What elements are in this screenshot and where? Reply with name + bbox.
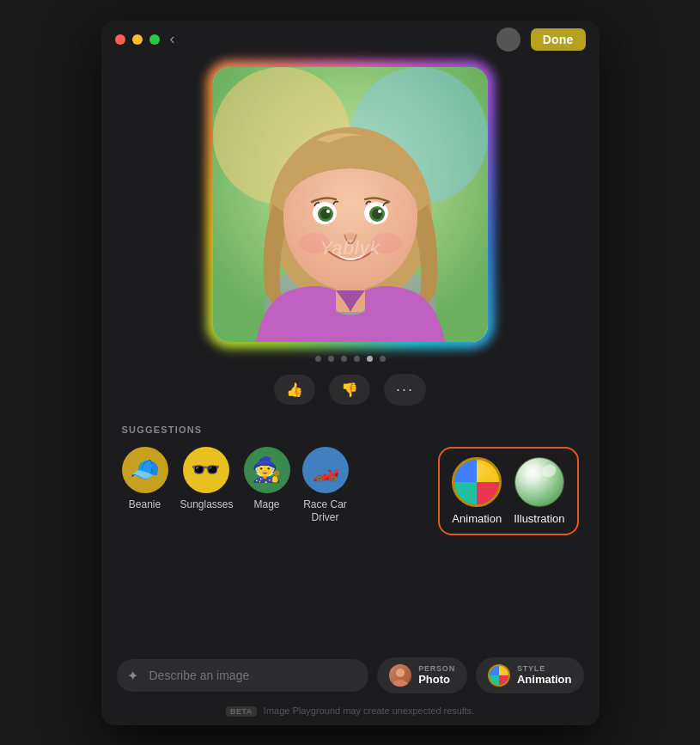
suggestions-label: SUGGESTIONS	[122, 424, 579, 435]
dot-1[interactable]	[315, 356, 321, 362]
person-value-label: Photo	[418, 673, 450, 686]
traffic-lights	[115, 34, 160, 45]
animation-label: Animation	[452, 512, 502, 525]
beta-badge: BETA	[226, 706, 257, 717]
dot-4[interactable]	[354, 356, 360, 362]
dot-2[interactable]	[328, 356, 334, 362]
person-pill-button[interactable]: PERSON Photo	[377, 657, 467, 693]
page-indicator	[315, 356, 386, 362]
person-label-group: PERSON Photo	[418, 664, 455, 686]
user-avatar-small	[496, 27, 520, 52]
describe-wrapper: ✦	[117, 659, 369, 692]
mage-icon: 🧙	[244, 447, 290, 493]
dot-5[interactable]	[367, 356, 373, 362]
minimize-button[interactable]	[132, 34, 143, 45]
maximize-button[interactable]	[149, 34, 160, 45]
style-value-label: Animation	[517, 673, 572, 686]
style-animation[interactable]: Animation	[452, 457, 502, 525]
svg-point-9	[326, 210, 330, 213]
close-button[interactable]	[115, 34, 125, 45]
main-window: ‹ Done	[101, 21, 600, 725]
sunglasses-icon: 🕶️	[183, 447, 229, 493]
svg-point-15	[299, 233, 330, 253]
beta-notice-text: Image Playground may create unexpected r…	[264, 705, 474, 716]
race-car-driver-icon: 🏎️	[302, 447, 349, 493]
svg-point-18	[396, 669, 405, 677]
style-category-label: STYLE	[517, 664, 545, 673]
thumbs-up-button[interactable]: 👍	[274, 375, 315, 405]
sunglasses-label: Sunglasses	[180, 498, 232, 512]
more-options-button[interactable]: ···	[384, 374, 426, 406]
suggestion-race-car-driver[interactable]: 🏎️ Race CarDriver	[302, 447, 349, 525]
title-bar-left: ‹	[115, 30, 175, 48]
beanie-label: Beanie	[129, 498, 161, 512]
feedback-buttons: 👍 👎 ···	[274, 374, 426, 406]
cartoon-girl-illustration	[213, 67, 488, 342]
race-car-driver-label: Race CarDriver	[303, 498, 347, 525]
beanie-icon: 🧢	[122, 447, 168, 493]
bottom-bar: ✦ PERSON Photo STYLE Animation	[101, 645, 600, 705]
style-pill-button[interactable]: STYLE Animation	[476, 657, 584, 693]
illustration-label: Illustration	[514, 512, 564, 525]
back-button[interactable]: ‹	[170, 30, 175, 48]
done-button[interactable]: Done	[531, 28, 586, 51]
style-suggestions-box: Animation Illustration	[438, 447, 578, 535]
suggestion-sunglasses[interactable]: 🕶️ Sunglasses	[180, 447, 232, 512]
suggestions-row: 🧢 Beanie 🕶️ Sunglasses 🧙 Mage	[122, 447, 579, 535]
svg-point-16	[371, 233, 402, 253]
main-image: Yablyk	[213, 67, 488, 342]
describe-input[interactable]	[117, 659, 369, 692]
style-pill-icon	[488, 664, 510, 687]
suggestion-beanie[interactable]: 🧢 Beanie	[122, 447, 168, 512]
title-bar: ‹ Done	[101, 21, 600, 58]
beta-notice: BETA Image Playground may create unexpec…	[101, 705, 600, 725]
dot-3[interactable]	[341, 356, 347, 362]
thumbs-down-button[interactable]: 👎	[329, 375, 370, 405]
main-image-container: Yablyk	[213, 67, 488, 342]
style-illustration[interactable]: Illustration	[514, 457, 564, 525]
svg-point-13	[378, 210, 381, 213]
mage-label: Mage	[253, 498, 279, 512]
person-avatar	[389, 664, 411, 687]
illustration-icon	[514, 457, 564, 507]
animation-icon	[452, 457, 502, 507]
person-category-label: PERSON	[418, 664, 455, 673]
suggestions-section: SUGGESTIONS 🧢 Beanie 🕶️ Sunglasses 🧙	[101, 424, 600, 535]
suggestion-mage[interactable]: 🧙 Mage	[244, 447, 290, 512]
dot-6[interactable]	[380, 356, 386, 362]
style-label-group: STYLE Animation	[517, 664, 572, 686]
